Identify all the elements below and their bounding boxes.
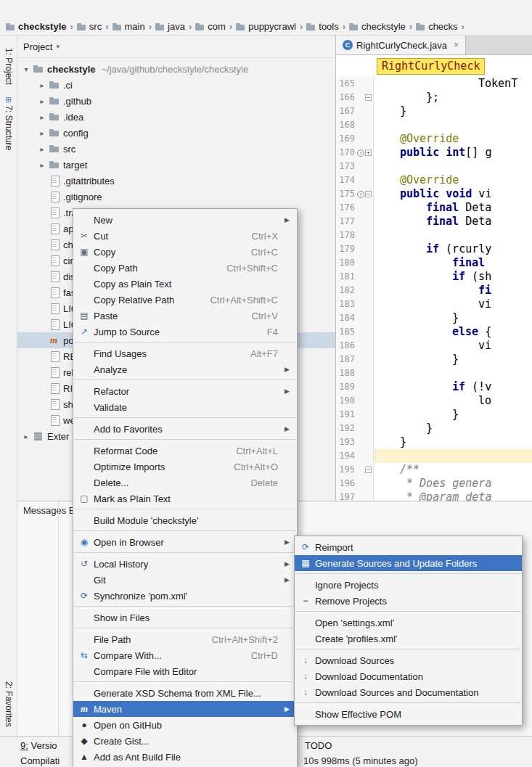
maven-submenu-item[interactable]: ▦ Generate Sources and Update Folders <box>295 555 522 571</box>
context-menu-item[interactable]: ⟳ Synchronize 'pom.xml' <box>73 588 297 604</box>
maven-submenu-item[interactable]: ↓ Download Documentation <box>295 668 522 684</box>
submenu-arrow-icon: ▶ <box>282 560 290 567</box>
context-menu-item[interactable]: ✂ Cut Ctrl+X <box>73 228 297 244</box>
expand-arrow-icon[interactable]: ▾ <box>20 65 32 73</box>
context-menu-item[interactable]: m Maven ▶ <box>73 701 297 717</box>
breadcrumb-label: java <box>168 21 185 32</box>
context-menu-item[interactable]: Refactor ▶ <box>73 383 297 399</box>
context-menu-item[interactable]: Validate <box>73 399 297 415</box>
context-menu-item[interactable]: Generate XSD Schema from XML File... <box>73 685 297 701</box>
file-icon <box>48 207 61 218</box>
chevron-down-icon[interactable]: ▾ <box>56 43 60 50</box>
context-menu-item[interactable]: ● Open on GitHub <box>73 717 297 733</box>
tool-window-button-todo[interactable]: TODO <box>305 740 332 751</box>
close-tab-icon[interactable]: × <box>454 40 459 50</box>
breadcrumb-item[interactable]: tools › <box>306 21 349 32</box>
tree-row[interactable]: ▸ src <box>17 141 335 157</box>
maven-submenu-item[interactable]: ↓ Download Sources <box>295 652 522 668</box>
tool-window-button[interactable]: ⊞7: Structure <box>4 97 14 150</box>
context-menu-item[interactable]: Copy as Plain Text <box>73 276 297 292</box>
context-menu-item[interactable]: Analyze ▶ <box>73 361 297 377</box>
tool-window-button[interactable]: 1: Project <box>4 46 14 85</box>
fold-marker-icon[interactable]: − <box>365 191 372 197</box>
breadcrumb-item[interactable]: src › <box>77 21 112 32</box>
breadcrumb-label: puppycrawl <box>248 21 296 32</box>
breadcrumb-item[interactable]: com › <box>195 21 236 32</box>
context-menu-item[interactable]: ▢ Mark as Plain Text <box>73 491 297 506</box>
code-line: 196 * Does genera <box>336 477 532 491</box>
context-menu-item[interactable]: Delete... Delete <box>73 475 297 491</box>
download-all-icon: ↓ <box>299 687 312 697</box>
context-menu-item[interactable]: ▤ Paste Ctrl+V <box>73 308 297 324</box>
editor-tab[interactable]: C RightCurlyCheck.java × <box>336 36 466 54</box>
maven-submenu-item[interactable]: Create 'profiles.xml' <box>295 631 522 647</box>
breadcrumb-item[interactable]: main › <box>112 21 156 32</box>
context-menu-item[interactable]: Optimize Imports Ctrl+Alt+O <box>73 459 297 475</box>
maven-submenu-item[interactable]: ↓ Download Sources and Documentation <box>295 684 522 700</box>
expand-arrow-icon[interactable]: ▸ <box>20 432 32 440</box>
context-menu-item[interactable]: Build Module 'checkstyle' <box>73 512 297 528</box>
fold-marker-icon[interactable]: − <box>365 94 372 101</box>
code-line: 186vi <box>336 339 532 353</box>
context-menu-item[interactable]: New ▶ <box>73 212 297 228</box>
expand-arrow-icon[interactable]: ▸ <box>36 161 48 169</box>
messages-toolbar-secondary <box>42 520 58 542</box>
tree-row[interactable]: .gitattributes <box>17 173 335 189</box>
maven-submenu-item[interactable]: − Remove Projects <box>295 593 522 609</box>
breadcrumb-item[interactable]: java › <box>155 21 195 32</box>
context-menu-item[interactable]: Add to Favorites ▶ <box>73 421 297 437</box>
tool-window-button-version-control[interactable]: 9: Versio <box>20 740 57 751</box>
expand-arrow-icon[interactable]: ▸ <box>36 145 48 153</box>
menu-bar <box>0 0 532 17</box>
tool-window-button[interactable]: 2: Favorites <box>4 681 14 727</box>
context-menu-item[interactable]: ▲ Add as Ant Build File <box>73 749 297 765</box>
context-menu-item[interactable]: Git ▶ <box>73 572 297 588</box>
line-number: 192 <box>336 422 355 435</box>
compilation-status-label: Compilati <box>20 755 60 766</box>
context-menu-item[interactable]: Show in Files <box>73 610 297 626</box>
tree-row[interactable]: ▸ config <box>17 125 335 141</box>
expand-arrow-icon[interactable]: ▸ <box>36 97 48 105</box>
context-menu-item[interactable]: Copy Path Ctrl+Shift+C <box>73 260 297 276</box>
context-menu-item[interactable]: ◉ Open in Browser ▶ <box>73 534 297 550</box>
expand-arrow-icon[interactable]: ▸ <box>36 81 48 89</box>
menu-item-shortcut: Ctrl+Alt+Shift+2 <box>212 634 278 645</box>
context-menu-item[interactable]: Reformat Code Ctrl+Alt+L <box>73 443 297 459</box>
override-marker-icon[interactable]: ↑ <box>357 191 364 198</box>
maven-submenu-item[interactable]: Show Effective POM <box>295 706 522 722</box>
tree-row[interactable]: .gitignore <box>17 189 335 205</box>
breadcrumb-item[interactable]: checks › <box>416 21 468 32</box>
tree-row[interactable]: ▾ checkstyle ~/java/github/checkstyle/ch… <box>17 61 335 77</box>
code-line: 175↑−public void vi <box>336 187 532 201</box>
fold-marker-icon[interactable]: + <box>365 149 372 156</box>
menu-item-label: Ignore Projects <box>315 580 515 591</box>
tree-row[interactable]: ▸ target <box>17 157 335 173</box>
context-menu-item[interactable]: Compare File with Editor <box>73 663 297 679</box>
context-menu-item[interactable]: Find Usages Alt+F7 <box>73 345 297 361</box>
menu-item-label: Add as Ant Build File <box>94 752 261 763</box>
menu-item-label: Optimize Imports <box>94 462 216 472</box>
override-marker-icon[interactable]: ↑ <box>357 149 364 157</box>
context-menu-item[interactable]: Copy Relative Path Ctrl+Alt+Shift+C <box>73 292 297 308</box>
tree-row[interactable]: ▸ .ci <box>17 77 335 93</box>
expand-arrow-icon[interactable]: ▸ <box>36 129 48 137</box>
breadcrumb-item[interactable]: checkstyle › <box>349 21 416 32</box>
context-menu-item[interactable]: ◆ Create Gist... <box>73 733 297 749</box>
tree-row[interactable]: ▸ .github <box>17 93 335 109</box>
project-panel-title[interactable]: Project <box>23 41 52 52</box>
fold-marker-icon[interactable]: − <box>365 467 372 473</box>
context-menu-item[interactable]: ↗ Jump to Source F4 <box>73 324 297 340</box>
maven-submenu-item[interactable]: Ignore Projects <box>295 577 522 593</box>
expand-arrow-icon[interactable]: ▸ <box>36 113 48 121</box>
code-line: 166−}; <box>336 91 532 104</box>
context-menu-item[interactable]: ⇆ Compare With... Ctrl+D <box>73 647 297 663</box>
maven-submenu-item[interactable]: Open 'settings.xml' <box>295 615 522 631</box>
context-menu-item[interactable]: File Path Ctrl+Alt+Shift+2 <box>73 631 297 647</box>
breadcrumb-item[interactable]: checkstyle › <box>6 21 77 32</box>
context-menu-item[interactable]: ▣ Copy Ctrl+C <box>73 244 297 260</box>
context-menu-item[interactable]: ↺ Local History ▶ <box>73 556 297 572</box>
breadcrumb-item[interactable]: puppycrawl › <box>236 21 306 32</box>
line-number: 179 <box>336 242 355 256</box>
maven-submenu-item[interactable]: ⟳ Reimport <box>295 539 522 555</box>
tree-row[interactable]: ▸ .idea <box>17 109 335 125</box>
